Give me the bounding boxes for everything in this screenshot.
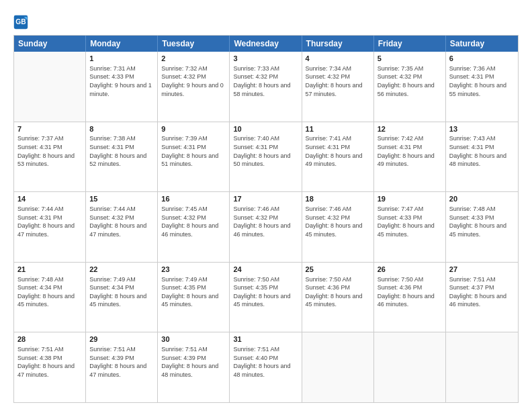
cell-info: Sunrise: 7:48 AMSunset: 4:33 PMDaylight:… (449, 205, 515, 238)
week-row-2: 14Sunrise: 7:44 AMSunset: 4:31 PMDayligh… (14, 191, 518, 262)
day-number: 26 (378, 265, 442, 275)
cal-cell: 20Sunrise: 7:48 AMSunset: 4:33 PMDayligh… (446, 192, 518, 262)
cell-info: Sunrise: 7:50 AMSunset: 4:36 PMDaylight:… (378, 275, 442, 309)
cal-cell: 21Sunrise: 7:48 AMSunset: 4:34 PMDayligh… (14, 263, 86, 332)
header-day-friday: Friday (374, 36, 446, 52)
calendar-body: 1Sunrise: 7:31 AMSunset: 4:33 PMDaylight… (14, 52, 518, 402)
cal-cell: 26Sunrise: 7:50 AMSunset: 4:36 PMDayligh… (374, 263, 446, 332)
cal-cell: 12Sunrise: 7:42 AMSunset: 4:31 PMDayligh… (374, 122, 446, 192)
cal-cell: 15Sunrise: 7:44 AMSunset: 4:32 PMDayligh… (86, 192, 158, 262)
day-number: 15 (89, 194, 154, 204)
cell-info: Sunrise: 7:44 AMSunset: 4:32 PMDaylight:… (89, 205, 154, 238)
logo-icon: GB (13, 15, 28, 30)
cell-info: Sunrise: 7:46 AMSunset: 4:32 PMDaylight:… (306, 205, 370, 238)
header-day-saturday: Saturday (446, 36, 518, 52)
cal-cell: 8Sunrise: 7:38 AMSunset: 4:31 PMDaylight… (86, 122, 158, 192)
cell-info: Sunrise: 7:51 AMSunset: 4:39 PMDaylight:… (89, 345, 154, 379)
logo: GB (13, 15, 31, 30)
cal-cell: 9Sunrise: 7:39 AMSunset: 4:31 PMDaylight… (158, 122, 230, 192)
day-number: 22 (89, 265, 154, 275)
cal-cell (374, 332, 446, 402)
cal-cell: 3Sunrise: 7:33 AMSunset: 4:32 PMDaylight… (230, 52, 302, 122)
cell-info: Sunrise: 7:51 AMSunset: 4:39 PMDaylight:… (161, 345, 226, 379)
cal-cell: 2Sunrise: 7:32 AMSunset: 4:32 PMDaylight… (158, 52, 230, 122)
cell-info: Sunrise: 7:44 AMSunset: 4:31 PMDaylight:… (17, 205, 82, 238)
cal-cell: 19Sunrise: 7:47 AMSunset: 4:33 PMDayligh… (374, 192, 446, 262)
day-number: 12 (378, 124, 442, 134)
cal-cell: 31Sunrise: 7:51 AMSunset: 4:40 PMDayligh… (230, 332, 302, 402)
day-number: 13 (449, 124, 515, 134)
day-number: 5 (378, 54, 442, 64)
day-number: 1 (89, 54, 154, 64)
cell-info: Sunrise: 7:31 AMSunset: 4:33 PMDaylight:… (89, 64, 154, 98)
cal-cell: 13Sunrise: 7:43 AMSunset: 4:31 PMDayligh… (446, 122, 518, 192)
cal-cell: 28Sunrise: 7:51 AMSunset: 4:38 PMDayligh… (14, 332, 86, 402)
day-number: 27 (449, 265, 515, 275)
cell-info: Sunrise: 7:37 AMSunset: 4:31 PMDaylight:… (17, 134, 82, 168)
cal-cell: 4Sunrise: 7:34 AMSunset: 4:32 PMDaylight… (302, 52, 374, 122)
cell-info: Sunrise: 7:34 AMSunset: 4:32 PMDaylight:… (306, 64, 370, 98)
header-day-thursday: Thursday (302, 36, 374, 52)
cell-info: Sunrise: 7:45 AMSunset: 4:32 PMDaylight:… (161, 205, 226, 238)
header: GB (13, 12, 519, 30)
day-number: 2 (161, 54, 226, 64)
cal-cell (302, 332, 374, 402)
svg-text:GB: GB (15, 18, 26, 26)
day-number: 11 (306, 124, 370, 134)
cell-info: Sunrise: 7:32 AMSunset: 4:32 PMDaylight:… (161, 64, 226, 98)
header-day-tuesday: Tuesday (158, 36, 230, 52)
day-number: 21 (17, 265, 82, 275)
cal-cell (14, 52, 86, 122)
cell-info: Sunrise: 7:50 AMSunset: 4:36 PMDaylight:… (306, 275, 370, 309)
week-row-1: 7Sunrise: 7:37 AMSunset: 4:31 PMDaylight… (14, 122, 518, 192)
cal-cell: 25Sunrise: 7:50 AMSunset: 4:36 PMDayligh… (302, 263, 374, 332)
cell-info: Sunrise: 7:50 AMSunset: 4:35 PMDaylight:… (233, 275, 298, 309)
cal-cell: 30Sunrise: 7:51 AMSunset: 4:39 PMDayligh… (158, 332, 230, 402)
cell-info: Sunrise: 7:47 AMSunset: 4:33 PMDaylight:… (378, 205, 442, 238)
day-number: 28 (17, 334, 82, 345)
cal-cell (446, 332, 518, 402)
cell-info: Sunrise: 7:51 AMSunset: 4:40 PMDaylight:… (233, 345, 298, 379)
cell-info: Sunrise: 7:36 AMSunset: 4:31 PMDaylight:… (449, 64, 515, 98)
cal-cell: 18Sunrise: 7:46 AMSunset: 4:32 PMDayligh… (302, 192, 374, 262)
day-number: 29 (89, 334, 154, 345)
day-number: 19 (378, 194, 442, 204)
cell-info: Sunrise: 7:39 AMSunset: 4:31 PMDaylight:… (161, 134, 226, 168)
cal-cell: 27Sunrise: 7:51 AMSunset: 4:37 PMDayligh… (446, 263, 518, 332)
cal-cell: 11Sunrise: 7:41 AMSunset: 4:31 PMDayligh… (302, 122, 374, 192)
cal-cell: 1Sunrise: 7:31 AMSunset: 4:33 PMDaylight… (86, 52, 158, 122)
cal-cell: 23Sunrise: 7:49 AMSunset: 4:35 PMDayligh… (158, 263, 230, 332)
calendar-header-row: SundayMondayTuesdayWednesdayThursdayFrid… (14, 36, 518, 52)
cell-info: Sunrise: 7:40 AMSunset: 4:31 PMDaylight:… (233, 134, 298, 168)
cell-info: Sunrise: 7:38 AMSunset: 4:31 PMDaylight:… (89, 134, 154, 168)
header-day-monday: Monday (86, 36, 158, 52)
day-number: 4 (306, 54, 370, 64)
cell-info: Sunrise: 7:33 AMSunset: 4:32 PMDaylight:… (233, 64, 298, 98)
day-number: 18 (306, 194, 370, 204)
day-number: 3 (233, 54, 298, 64)
week-row-0: 1Sunrise: 7:31 AMSunset: 4:33 PMDaylight… (14, 52, 518, 122)
header-day-sunday: Sunday (14, 36, 86, 52)
cell-info: Sunrise: 7:51 AMSunset: 4:38 PMDaylight:… (17, 345, 82, 379)
day-number: 8 (89, 124, 154, 134)
day-number: 31 (233, 334, 298, 345)
cell-info: Sunrise: 7:51 AMSunset: 4:37 PMDaylight:… (449, 275, 515, 309)
cell-info: Sunrise: 7:49 AMSunset: 4:34 PMDaylight:… (89, 275, 154, 309)
cal-cell: 16Sunrise: 7:45 AMSunset: 4:32 PMDayligh… (158, 192, 230, 262)
week-row-4: 28Sunrise: 7:51 AMSunset: 4:38 PMDayligh… (14, 332, 518, 402)
cal-cell: 7Sunrise: 7:37 AMSunset: 4:31 PMDaylight… (14, 122, 86, 192)
cal-cell: 29Sunrise: 7:51 AMSunset: 4:39 PMDayligh… (86, 332, 158, 402)
cal-cell: 6Sunrise: 7:36 AMSunset: 4:31 PMDaylight… (446, 52, 518, 122)
cell-info: Sunrise: 7:35 AMSunset: 4:32 PMDaylight:… (378, 64, 442, 98)
cell-info: Sunrise: 7:43 AMSunset: 4:31 PMDaylight:… (449, 134, 515, 168)
day-number: 10 (233, 124, 298, 134)
day-number: 7 (17, 124, 82, 134)
cell-info: Sunrise: 7:46 AMSunset: 4:32 PMDaylight:… (233, 205, 298, 238)
day-number: 23 (161, 265, 226, 275)
page: GB SundayMondayTuesdayWednesdayThursdayF… (0, 0, 532, 411)
day-number: 14 (17, 194, 82, 204)
cal-cell: 10Sunrise: 7:40 AMSunset: 4:31 PMDayligh… (230, 122, 302, 192)
day-number: 17 (233, 194, 298, 204)
day-number: 9 (161, 124, 226, 134)
header-day-wednesday: Wednesday (230, 36, 302, 52)
